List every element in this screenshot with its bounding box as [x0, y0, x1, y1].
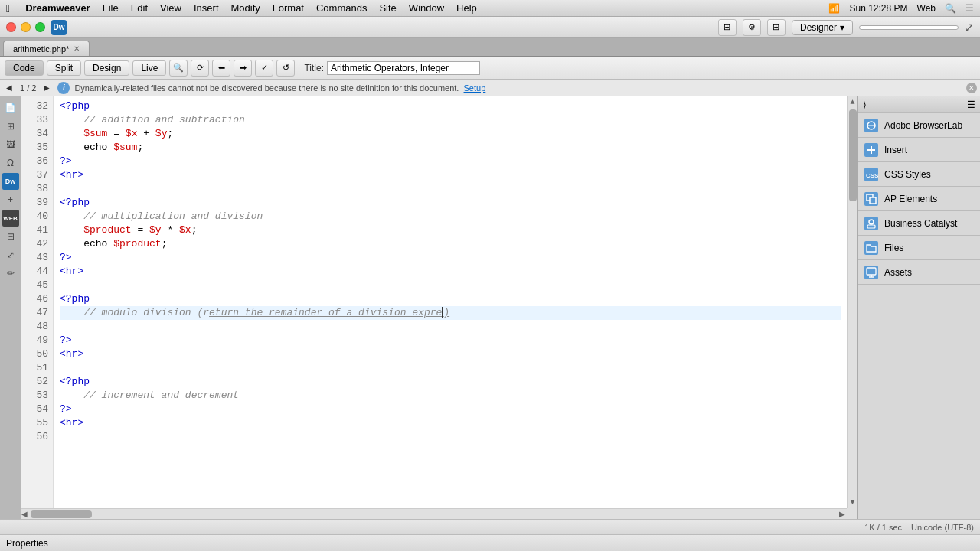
menu-edit[interactable]: Edit — [131, 2, 148, 14]
properties-bar: Properties — [0, 534, 980, 551]
menu-help[interactable]: Help — [456, 2, 477, 14]
expand-sidebar-icon[interactable]: ⤢ — [2, 246, 19, 263]
nav-arrows: ◀ — [3, 82, 15, 94]
code-line-49: ?> — [60, 334, 841, 347]
extend-icon-btn[interactable]: ⊞ — [767, 19, 786, 36]
code-line-41: $product = $y * $x; — [60, 223, 841, 237]
code-editor[interactable]: 32 33 34 35 36 37 38 39 40 41 42 43 44 4… — [21, 96, 858, 519]
menubar-right: 📶 Sun 12:28 PM Web 🔍 ☰ — [828, 3, 974, 14]
info-close-btn[interactable]: ✕ — [966, 83, 977, 93]
sync-icon-btn[interactable]: ↺ — [276, 60, 295, 77]
assets-sidebar-icon[interactable]: 🖼 — [2, 136, 19, 153]
dw-sidebar-icon[interactable]: Dw — [2, 173, 19, 190]
panel-item-ap[interactable]: AP Elements — [858, 187, 980, 211]
horizontal-scrollbar[interactable]: ◀ ▶ — [21, 508, 847, 519]
code-line-38 — [60, 182, 841, 196]
panel-options-icon[interactable]: ☰ — [967, 99, 975, 110]
menu-window[interactable]: Window — [409, 2, 444, 14]
minimize-button[interactable] — [21, 22, 31, 32]
bc-label: Business Catalyst — [884, 218, 957, 229]
cursor-sidebar-icon[interactable]: + — [2, 191, 19, 208]
layout-icon-btn[interactable]: ⊞ — [718, 19, 737, 36]
tag-sidebar-icon[interactable]: ⊞ — [2, 118, 19, 135]
clock: Sun 12:28 PM — [849, 3, 907, 14]
titlebar-right: ⊞ ⚙ ⊞ Designer ▾ ⤢ — [718, 19, 974, 36]
menu-commands[interactable]: Commands — [316, 2, 367, 14]
scrollbar-thumb-v[interactable] — [849, 109, 857, 201]
scrollbar-thumb-h[interactable] — [31, 510, 92, 518]
panel-item-assets[interactable]: Assets — [858, 260, 980, 285]
menu-view[interactable]: View — [160, 2, 181, 14]
menu-file[interactable]: File — [103, 2, 119, 14]
panel-header: ⟩ ☰ — [858, 96, 980, 113]
code-line-35: echo $sum; — [60, 141, 841, 155]
code-lines: <?php // addition and subtraction $sum =… — [54, 96, 847, 508]
setup-link[interactable]: Setup — [464, 83, 486, 93]
panel-item-files[interactable]: Files — [858, 236, 980, 260]
list-icon[interactable]: ☰ — [965, 3, 974, 14]
web-label: Web — [917, 3, 936, 14]
nav-left-icon-btn[interactable]: ⬅ — [212, 60, 230, 77]
file-sidebar-icon[interactable]: 📄 — [2, 99, 19, 116]
next-arrow-btn[interactable]: ▶ — [41, 82, 53, 94]
close-button[interactable] — [6, 22, 16, 32]
search-input[interactable] — [859, 25, 959, 30]
tab-close-icon[interactable]: ✕ — [74, 44, 80, 53]
inspect-icon-btn[interactable]: 🔍 — [169, 60, 188, 77]
code-line-52: <?php — [60, 375, 841, 389]
properties-label: Properties — [6, 538, 48, 549]
prev-arrow-btn[interactable]: ◀ — [3, 82, 15, 94]
code-line-47: // modulo division (return the remainder… — [60, 306, 841, 320]
menu-modify[interactable]: Modify — [231, 2, 260, 14]
panel-item-browserlab[interactable]: Adobe BrowserLab — [858, 113, 980, 138]
nav-right-icon-btn[interactable]: ➡ — [234, 60, 252, 77]
browserlab-icon — [864, 119, 878, 132]
menu-dreamweaver[interactable]: Dreamweaver — [25, 2, 90, 14]
svg-rect-10 — [870, 197, 876, 204]
css-icon: CSS — [864, 168, 878, 181]
validate-icon-btn[interactable]: ✓ — [255, 60, 273, 77]
code-line-44: <hr> — [60, 265, 841, 279]
settings-icon-btn[interactable]: ⚙ — [743, 19, 761, 36]
assets-icon — [864, 266, 878, 279]
menu-site[interactable]: Site — [379, 2, 396, 14]
menu-format[interactable]: Format — [273, 2, 304, 14]
files-label: Files — [884, 243, 903, 253]
designer-label: Designer — [800, 22, 837, 33]
panel-item-insert[interactable]: Insert — [858, 138, 980, 162]
split-btn[interactable]: Split — [47, 60, 81, 76]
title-input[interactable] — [327, 61, 480, 75]
web-sidebar-icon[interactable]: WEB — [2, 210, 19, 227]
search-icon[interactable]: 🔍 — [945, 3, 956, 14]
panel-collapse-left[interactable]: ⟩ — [863, 99, 867, 110]
live-btn[interactable]: Live — [132, 60, 166, 76]
code-btn[interactable]: Code — [5, 60, 44, 76]
status-bar: 1K / 1 sec Unicode (UTF-8) — [0, 519, 980, 534]
css-sidebar-icon[interactable]: Ω — [2, 155, 19, 171]
expand-icon[interactable]: ⤢ — [965, 21, 974, 34]
code-line-50: <hr> — [60, 347, 841, 361]
grid-sidebar-icon[interactable]: ⊟ — [2, 228, 19, 245]
panel-item-bc[interactable]: Business Catalyst — [858, 211, 980, 236]
panel-item-css[interactable]: CSS CSS Styles — [858, 162, 980, 187]
encoding: Unicode (UTF-8) — [911, 523, 974, 532]
pencil-sidebar-icon[interactable]: ✏ — [2, 265, 19, 282]
refresh-icon-btn[interactable]: ⟳ — [191, 60, 209, 77]
menu-insert[interactable]: Insert — [194, 2, 219, 14]
traffic-lights[interactable] — [6, 22, 45, 32]
code-line-56 — [60, 430, 841, 444]
ap-icon — [864, 192, 878, 206]
design-btn[interactable]: Design — [84, 60, 129, 76]
css-label: CSS Styles — [884, 169, 931, 180]
titlebar: Dw ⊞ ⚙ ⊞ Designer ▾ ⤢ — [0, 17, 980, 38]
code-line-51 — [60, 361, 841, 375]
designer-button[interactable]: Designer ▾ — [792, 20, 853, 35]
code-line-43: ?> — [60, 251, 841, 265]
maximize-button[interactable] — [35, 22, 45, 32]
code-line-48 — [60, 320, 841, 334]
file-tab[interactable]: arithmetic.php* ✕ — [3, 41, 90, 56]
vertical-scrollbar[interactable]: ▲ ▼ — [847, 96, 858, 508]
code-line-46: <?php — [60, 292, 841, 306]
file-size: 1K / 1 sec — [864, 523, 902, 532]
insert-label: Insert — [884, 145, 907, 155]
